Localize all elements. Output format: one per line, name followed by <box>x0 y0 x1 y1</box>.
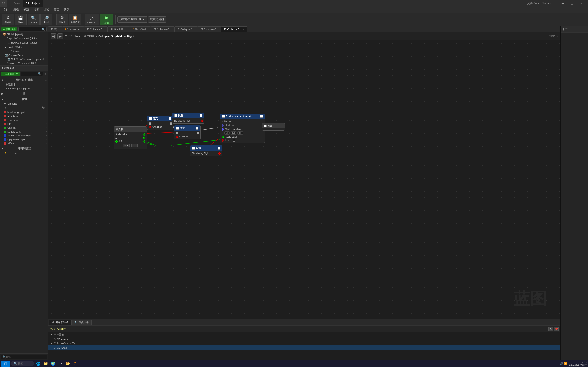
exec-out-pin[interactable] <box>217 147 220 150</box>
breadcrumb-parent[interactable]: 事件图表 <box>84 34 95 38</box>
func-build-script[interactable]: f 构建脚本 <box>0 82 48 87</box>
component-sprite[interactable]: ★ Sprite (继承) <box>0 45 48 49</box>
add-macro-button[interactable]: + <box>45 92 47 95</box>
component-arrow[interactable]: ○ ArrowComponent (继承) <box>0 41 48 45</box>
taskbar-icon-1[interactable]: 🌐 <box>35 361 42 367</box>
component-capsule[interactable]: ○ CapsuleComponent (继承) <box>0 36 48 41</box>
back-button[interactable]: ◀ <box>51 33 56 39</box>
scale-pin[interactable] <box>222 136 224 138</box>
filter-icon[interactable]: 👁 <box>44 72 47 75</box>
bool-pin[interactable] <box>218 152 221 155</box>
close-button[interactable]: ✕ <box>577 0 586 7</box>
condition-pin[interactable] <box>176 135 178 138</box>
save-button[interactable]: 💾 Save <box>15 14 27 25</box>
component-cameraboom[interactable]: 📷 CameraBoom <box>0 53 48 57</box>
menu-edit[interactable]: 编辑 <box>11 7 21 13</box>
tab-bp-ninja[interactable]: BP_Ninja ✕ <box>23 0 43 7</box>
var-show-upgrade-widget[interactable]: ShowUpgradeWidget ⟨⟩ <box>0 133 48 137</box>
bottom-search-input[interactable] <box>6 356 45 358</box>
node-input-value[interactable]: 输入值 Scale Value A A2 <box>114 126 147 149</box>
taskbar-icon-ue[interactable]: ⬡ <box>72 361 78 367</box>
tab-find-results[interactable]: 🔍 查找结果 <box>71 319 92 325</box>
component-search[interactable]: 🔍 <box>18 27 47 31</box>
tab-collapse2[interactable]: ⊞ Collapse C... <box>151 26 174 32</box>
exec-out-pin[interactable] <box>169 117 171 120</box>
tab-collapse1[interactable]: ⊞ Collapse C... <box>84 26 107 32</box>
component-sideview[interactable]: 📷 SideViewCameraComponent <box>0 57 48 61</box>
browse-button[interactable]: 🔍 Browse <box>27 14 40 25</box>
var-chakra[interactable]: Chakra ⟨⟩ <box>0 126 48 130</box>
add-function-button[interactable]: + <box>45 79 47 81</box>
menu-window[interactable]: 窗口 <box>52 7 61 13</box>
debug-target-dropdown[interactable]: 没有选中调试对象 ▼ <box>117 16 147 23</box>
component-search-input[interactable] <box>20 28 42 31</box>
var-camera-group[interactable]: ▼ Camera <box>0 102 48 106</box>
maximize-button[interactable]: □ <box>567 0 577 7</box>
tab-attack-fur[interactable]: ⊞ Attack Fur... <box>107 26 130 32</box>
tab-collapse3[interactable]: ⊞ Collapse C... <box>174 26 198 32</box>
target-pin[interactable] <box>222 124 224 127</box>
bottom-search[interactable]: 🔍 <box>1 355 47 359</box>
bp-search-input[interactable] <box>23 73 38 75</box>
close-search-button[interactable]: ✕ <box>548 327 553 331</box>
world-dir-pin[interactable] <box>222 128 224 131</box>
input-pin[interactable] <box>115 140 118 143</box>
exec-in-pin[interactable] <box>149 117 152 120</box>
var-throwing[interactable]: Throwing ⟨⟩ <box>0 118 48 122</box>
breadcrumb-root[interactable]: BP_Ninja <box>69 35 80 38</box>
taskbar-icon-2[interactable]: 📁 <box>43 361 49 367</box>
component-movement[interactable]: ○ CharacterMovement (继承) <box>0 61 48 65</box>
menu-help[interactable]: 帮助 <box>61 7 72 13</box>
taskbar-search[interactable]: 🔍 <box>11 361 34 366</box>
tab-close-icon[interactable]: ✕ <box>242 28 244 31</box>
exec-out-true[interactable] <box>176 132 178 134</box>
class-defaults-button[interactable]: 📋 类默认值 <box>69 14 81 25</box>
tab-show-wid[interactable]: f Show Wid... <box>130 26 151 32</box>
exec-out-pin[interactable] <box>199 114 202 117</box>
node-set1[interactable]: 设置 Bis Moving Right <box>172 113 204 124</box>
add-new-button[interactable]: +添加新项 ▼ <box>1 72 20 76</box>
node-branch2[interactable]: 分支 Condition <box>174 125 200 140</box>
tab-close-icon[interactable]: ✕ <box>39 2 40 5</box>
output-pin[interactable] <box>143 140 145 143</box>
result-group-collapse-tick[interactable]: ▼ CollapseGraph_Tick <box>48 341 561 345</box>
node-add-movement[interactable]: Add Movement Input 封装 Open 目标 self World… <box>220 114 265 143</box>
tab-ui-main[interactable]: UI_Main <box>7 0 23 7</box>
simulation-button[interactable]: ▷ Simulation <box>85 14 99 25</box>
add-ed-button[interactable]: + <box>45 147 47 150</box>
minimize-button[interactable]: ─ <box>558 0 567 7</box>
self-node[interactable]: 📦 BP_Ninja(self) <box>0 32 48 36</box>
bp-search[interactable]: 🔍 <box>21 72 43 76</box>
output-pin[interactable] <box>143 137 145 139</box>
compile-button[interactable]: ⚙ 编译器 <box>2 14 14 25</box>
exec-out-pin[interactable] <box>196 127 199 130</box>
menu-view[interactable]: 视图 <box>31 7 41 13</box>
var-bis-moving-right[interactable]: bisMovingRight ⟨⟩ <box>0 110 48 114</box>
node-set2[interactable]: 设置 Bis Moving Right <box>190 145 222 156</box>
tab-construction[interactable]: f Construction <box>62 26 84 32</box>
result-group-event-graph[interactable]: ▼ 事件图表 <box>48 332 561 337</box>
exec-out[interactable] <box>197 132 199 134</box>
taskbar-search-input[interactable] <box>18 362 32 365</box>
tab-collapse5[interactable]: ⊞ Collapse C... ✕ <box>221 26 247 32</box>
tab-compiler-results[interactable]: ⚙ 编译器结果 <box>49 319 71 325</box>
taskbar-icon-3[interactable]: 🌍 <box>50 361 56 367</box>
add-component-button[interactable]: + 添加组件 <box>1 27 17 31</box>
bool-pin[interactable] <box>200 120 203 122</box>
add-var-button[interactable]: + <box>45 98 47 101</box>
force-pin[interactable] <box>222 139 224 142</box>
exec-in-pin[interactable] <box>174 114 177 117</box>
tab-collapse4[interactable]: ⊞ Collapse C... <box>198 26 221 32</box>
play-button[interactable]: ▶ 播放 <box>100 14 113 25</box>
menu-debug[interactable]: 调试 <box>41 7 52 13</box>
node-branch1[interactable]: 分支 Condition <box>147 116 173 130</box>
pin-search-button[interactable]: 📌 <box>554 327 559 331</box>
var-attacking[interactable]: Attacking ⟨⟩ <box>0 114 48 118</box>
tab-viewport[interactable]: ⊞ 视口 <box>48 26 62 32</box>
exec-in-pin[interactable] <box>264 125 267 127</box>
find-button[interactable]: 🔎 Find <box>40 14 52 25</box>
exec-out[interactable] <box>170 123 172 125</box>
var-kunai-count[interactable]: KunaiCount ⟨⟩ <box>0 130 48 133</box>
exec-in-pin[interactable] <box>176 127 179 130</box>
taskbar-icon-4[interactable]: 🛡 <box>57 361 64 367</box>
